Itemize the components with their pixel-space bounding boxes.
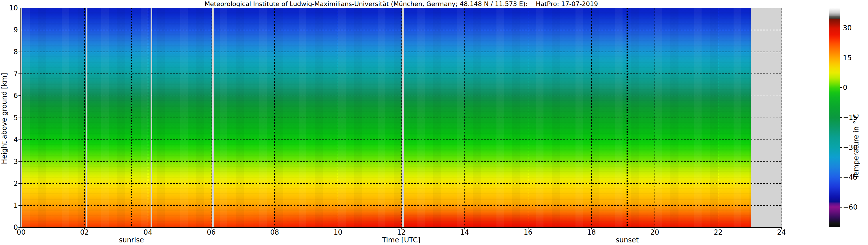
- colorbar-tick-mark: [840, 207, 842, 208]
- sunrise-annotation-label: sunrise: [119, 236, 144, 244]
- temperature-colorbar: [829, 8, 840, 227]
- y-tick-mark: [19, 227, 21, 228]
- colorbar-tick-mark: [840, 117, 842, 118]
- x-tick-label: 14: [460, 228, 469, 236]
- sunset-line: [626, 8, 628, 228]
- gridline-vertical: [591, 8, 592, 228]
- y-tick-mark: [19, 117, 21, 118]
- y-tick-label: 0: [6, 223, 18, 232]
- y-tick-mark: [19, 95, 21, 96]
- y-tick-mark: [19, 183, 21, 184]
- x-tick-label: 04: [143, 228, 152, 236]
- gridline-vertical: [654, 8, 655, 228]
- x-tick-label: 16: [524, 228, 532, 236]
- y-tick-mark: [19, 51, 21, 52]
- x-tick-label: 24: [777, 228, 786, 236]
- x-tick-label: 00: [17, 228, 26, 236]
- x-tick-label: 10: [334, 228, 342, 236]
- y-tick-label: 2: [6, 180, 18, 188]
- y-tick-mark: [19, 8, 21, 8]
- gridline-vertical: [338, 8, 338, 228]
- gridline-vertical: [464, 8, 465, 228]
- sunrise-line: [131, 8, 132, 228]
- gridline-vertical: [781, 8, 781, 228]
- plot-area: [21, 8, 782, 228]
- colorbar-label: Temperature in ° C: [852, 94, 860, 198]
- gridline-vertical: [211, 8, 212, 228]
- colorbar-tick-mark: [840, 177, 842, 178]
- colorbar-tick-mark: [840, 58, 842, 58]
- x-tick-label: 02: [80, 228, 89, 236]
- gridline-vertical: [528, 8, 528, 228]
- colorbar-tick-label: 30: [843, 24, 852, 32]
- gridline-vertical: [274, 8, 275, 228]
- y-tick-mark: [19, 140, 21, 140]
- y-tick-mark: [19, 30, 21, 30]
- gridline-vertical: [718, 8, 719, 228]
- x-tick-label: 18: [587, 228, 596, 236]
- colorbar-tick-mark: [840, 147, 842, 148]
- colorbar-tick-label: 15: [843, 54, 852, 62]
- colorbar-tick-label: 0: [843, 83, 847, 92]
- x-tick-label: 06: [207, 228, 216, 236]
- y-axis-label: Height above ground [km]: [0, 61, 8, 176]
- y-tick-label: 9: [6, 26, 18, 34]
- y-tick-label: 8: [6, 48, 18, 56]
- y-tick-mark: [19, 205, 21, 206]
- gridline-vertical: [148, 8, 148, 228]
- x-tick-label: 12: [397, 228, 406, 236]
- x-axis-label: Time [UTC]: [382, 236, 421, 244]
- sunset-annotation-label: sunset: [616, 236, 639, 244]
- x-tick-label: 22: [714, 228, 723, 236]
- gridline-vertical: [401, 8, 402, 228]
- chart-title: Meteorological Institute of Ludwig-Maxim…: [205, 0, 598, 7]
- y-tick-label: 1: [6, 202, 18, 210]
- x-tick-label: 20: [651, 228, 659, 236]
- colorbar-tick-label: −60: [843, 203, 858, 211]
- x-tick-label: 08: [270, 228, 279, 236]
- gridline-vertical: [84, 8, 85, 228]
- colorbar-tick-mark: [840, 88, 842, 88]
- temperature-heatmap-figure: Meteorological Institute of Ludwig-Maxim…: [0, 0, 868, 245]
- y-tick-mark: [19, 162, 21, 162]
- y-tick-mark: [19, 73, 21, 74]
- colorbar-tick-mark: [840, 28, 842, 28]
- y-tick-label: 10: [6, 4, 18, 12]
